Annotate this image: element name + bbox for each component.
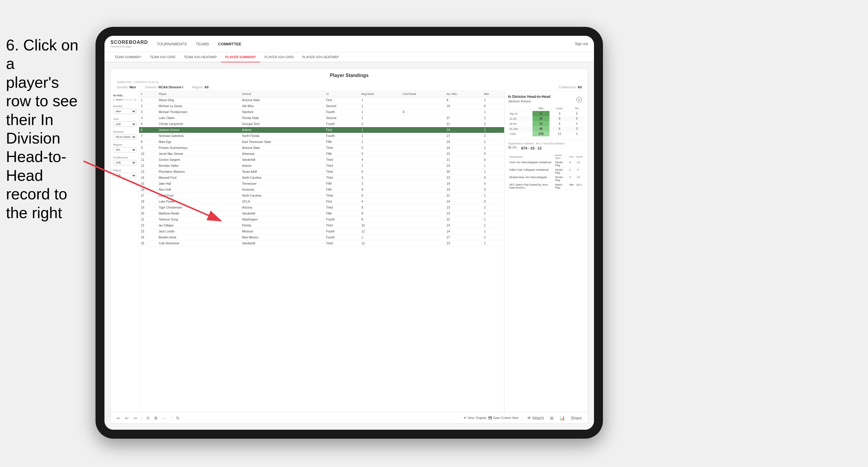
cell-reg: 8	[360, 193, 401, 199]
cell-school: Vanderbilt	[240, 157, 324, 163]
table-row[interactable]: 1 Wenyi Ding Arizona State First 1 8 1	[139, 97, 504, 103]
watch-button[interactable]: 👁 Watch	[526, 415, 545, 421]
table-row[interactable]: 7 Nicholas Gabrelcik North Florida Fourt…	[139, 133, 504, 139]
sub-nav-player-h2h-heatmap[interactable]: PLAYER H2H HEATMAP	[298, 52, 343, 62]
table-row[interactable]: 12 Brendan Valles Auburn Third 1 24 1	[139, 163, 504, 169]
table-row[interactable]: 18 Luke Powell UCLA First 4 24 0	[139, 199, 504, 205]
cell-yr: Third	[324, 163, 360, 169]
cell-win: 1	[483, 228, 504, 235]
table-row[interactable]: 16 Alex Goff Kentucky Fifth 8 19 0	[139, 187, 504, 193]
more-button[interactable]: ···	[161, 415, 167, 421]
table-row[interactable]: 9 Preston Summerhays Arizona State Third…	[139, 145, 504, 151]
player-filter-select[interactable]: (All)	[113, 173, 136, 178]
cell-school: Arizona	[240, 205, 324, 211]
sub-nav-player-h2h-grid[interactable]: PLAYER H2H GRID	[260, 52, 298, 62]
table-row[interactable]: 8 Mats Ege East Tennessee State Fifth 1 …	[139, 139, 504, 145]
table-row[interactable]: 17 David Ford North Carolina Third 8 21 …	[139, 193, 504, 199]
cell-school: Auburn	[240, 163, 324, 169]
gender-label: Gender:	[117, 85, 129, 89]
table-row[interactable]: 5 Christo Lamprecht Georgia Tech Fourth …	[139, 121, 504, 127]
chart-button[interactable]: 📊	[558, 415, 566, 421]
sign-out-button[interactable]: Sign out	[575, 42, 588, 46]
redo-button[interactable]: ↩	[124, 415, 130, 421]
cell-yr: First	[324, 199, 360, 205]
region-filter-select[interactable]: N/A	[113, 147, 136, 153]
t-pos: 4	[568, 160, 575, 168]
cell-rds: 27	[445, 235, 482, 241]
undo-button[interactable]: ↩	[116, 415, 122, 421]
cell-rds: 23	[445, 241, 482, 247]
cell-school: Auburn	[240, 127, 324, 133]
save-custom-view-button[interactable]: 💾 Save Custom View	[488, 416, 518, 419]
cell-reg: 1	[360, 103, 401, 109]
sub-nav-team-h2h-grid[interactable]: TEAM H2H GRID	[146, 52, 180, 62]
h2h-close-button[interactable]: ✕	[577, 97, 582, 102]
year-filter-select[interactable]: (All)	[113, 121, 136, 127]
table-row[interactable]: 10 Jacob Mac Diesse Arkansas Fifth 5 23 …	[139, 151, 504, 157]
division-filter-select[interactable]: NCAA Division I	[113, 134, 136, 139]
forward-button[interactable]: ↪	[132, 415, 138, 421]
cell-conf: 8	[401, 109, 445, 115]
gender-filter-select[interactable]: Men	[113, 108, 136, 114]
view-original-button[interactable]: 👁 View: Original	[464, 416, 486, 419]
grid-button[interactable]: ⊞	[549, 415, 555, 421]
table-row[interactable]: 15 Jake Hall Tennessee Fifth 3 19 0	[139, 181, 504, 187]
sub-nav-team-h2h-heatmap[interactable]: TEAM H2H HEATMAP	[180, 52, 221, 62]
h2h-table-row: 26-50 22 4 1	[508, 121, 584, 126]
col-reg-rank: Reg Rank	[360, 91, 401, 97]
cell-win: 1	[483, 241, 504, 247]
table-row[interactable]: 13 Phichakun Maichon Texas A&M Third 6 3…	[139, 169, 504, 175]
cell-player: Preston Summerhays	[157, 145, 240, 151]
cell-num: 1	[139, 97, 157, 103]
slider-bar[interactable]	[116, 99, 132, 100]
cell-rds: 24	[445, 228, 482, 235]
table-row[interactable]: 21 Taehoon Song Washington Fourth 8 22 1	[139, 217, 504, 223]
copy-button[interactable]: ⎘	[146, 415, 150, 421]
table-row[interactable]: 4 Luke Claton Florida State Second 1 27 …	[139, 115, 504, 121]
cell-player: Jacob Mac Diesse	[157, 151, 240, 157]
cell-num: 10	[139, 151, 157, 157]
cell-reg: 8	[360, 211, 401, 217]
table-row[interactable]: 24 Bastien Amat New Mexico Fourth 1 27 2	[139, 235, 504, 241]
refresh-button[interactable]: ↻	[175, 415, 181, 421]
table-row[interactable]: 3 Michael Thorbjornsen Stanford Fourth 1…	[139, 109, 504, 115]
cell-player: Jackson Koivun	[157, 127, 240, 133]
table-row[interactable]: 2 Michael La Sasse Ole Miss Second 1 19 …	[139, 103, 504, 109]
settings-button[interactable]: ⚙	[153, 415, 159, 421]
table-row[interactable]: 11 Gordon Sargent Vanderbilt Third 4 21 …	[139, 157, 504, 163]
table-row[interactable]: 19 Tiger Christensen Arizona Third 8 23 …	[139, 205, 504, 211]
cell-player: Taehoon Song	[157, 217, 240, 223]
update-date: 27/03/2024 16:56:26	[134, 81, 158, 84]
cell-win: 1	[483, 223, 504, 228]
cell-yr: Fifth	[324, 139, 360, 145]
cell-conf	[401, 157, 445, 163]
sub-nav-team-summary[interactable]: TEAM SUMMARY	[111, 52, 146, 62]
cell-reg: 5	[360, 151, 401, 157]
filter-gender: Gender: Men	[117, 85, 136, 89]
h2h-loss: 4	[550, 121, 569, 126]
table-row[interactable]: 25 Cole Sherwood Vanderbilt Third 12 23 …	[139, 241, 504, 247]
table-row[interactable]: 20 Matthew Riedel Vanderbilt Fifth 8 23 …	[139, 211, 504, 217]
t-score: -17	[575, 175, 584, 183]
cell-school: East Tennessee State	[240, 139, 324, 145]
table-row[interactable]: 22 Ian Gilligan Florida Third 10 24 1	[139, 223, 504, 228]
table-row[interactable]: 14 Maxwell Ford North Carolina Third 3 2…	[139, 175, 504, 181]
cell-school: Washington	[240, 217, 324, 223]
cell-conf	[401, 181, 445, 187]
h2h-tie: 5	[569, 116, 584, 121]
cell-win: 0	[483, 187, 504, 193]
cell-conf	[401, 211, 445, 217]
table-row[interactable]: 6 Jackson Koivun Auburn First 1 24 2	[139, 127, 504, 133]
nav-committee[interactable]: COMMITTEE	[218, 40, 242, 48]
tablet-screen: SCOREBOARD Powered by clippi TOURNAMENTS…	[104, 36, 594, 430]
gender-filter-label: Gender	[113, 105, 136, 108]
col-num: #	[139, 91, 157, 97]
conference-filter-select[interactable]: (All)	[113, 160, 136, 165]
table-row[interactable]: 23 Jack Lundin Missouri Fourth 11 24 1	[139, 228, 504, 235]
nav-tournaments[interactable]: TOURNAMENTS	[157, 40, 187, 48]
h2h-player-name: Jackson Koivun	[508, 99, 584, 103]
share-button[interactable]: Share	[569, 415, 583, 421]
cell-rds: 24	[445, 139, 482, 145]
nav-teams[interactable]: TEAMS	[196, 40, 209, 48]
sub-nav-player-summary[interactable]: PLAYER SUMMARY	[221, 52, 260, 62]
